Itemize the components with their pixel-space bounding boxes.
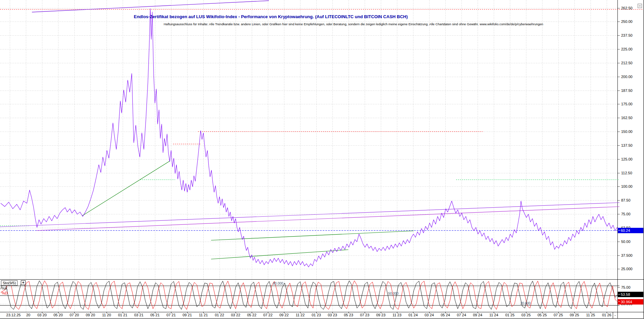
sto-d-value: 30.964 [618,299,643,305]
x-axis-label: 03 22 [228,313,243,317]
collapse-button[interactable]: − [638,4,642,8]
x-axis-label: 09 21 [180,313,195,317]
x-axis-label: 09 25 [567,313,582,317]
trend-green-mid-lower [211,250,348,259]
price-axis-label: 237.50 [621,33,633,37]
price-axis-label: 25.000 [621,267,633,271]
price-axis-label: 137.50 [621,143,633,147]
x-axis-label: 09 24 [470,313,485,317]
sto-level-label: 80.000 [273,282,283,285]
x-axis-overflow-cell: - [613,313,617,317]
price-axis-label: 75.00 [621,212,631,216]
sto-level-label: 50.000 [388,292,399,295]
price-axis-label: 187.50 [621,88,633,93]
sto-k-value: 53.58 [618,292,643,297]
current-price-label: 60.24 [618,228,643,233]
x-axis-label: 03 20 [35,313,49,317]
x-axis-label: 23.12.25 [3,313,24,317]
x-axis-label: 11 22 [293,313,308,317]
price-axis-label: 150.00 [621,130,633,134]
trend-green-2021 [82,161,170,216]
price-axis-label: 100.00 [621,184,633,188]
x-axis-label: 01 21 [115,313,130,317]
sto-k-legend: %K [2,286,7,290]
price-axis-label: 50.00 [621,240,631,244]
x-axis-label: 07 22 [260,313,275,317]
x-axis-label: 05 25 [535,313,550,317]
price-axis-label: 87.50 [621,198,631,202]
x-axis-label: 11 20 [99,313,114,317]
price-axis-label: 162.50 [621,116,633,120]
x-axis-label: 07 20 [67,313,82,317]
trend-channel-lower-magenta [36,207,619,231]
sto-level-label: 20.000 [520,302,531,305]
x-axis-label: 03 24 [422,313,437,317]
x-axis-label: 20 [24,313,33,317]
x-axis-label: 03 25 [519,313,533,317]
x-axis-label: 03 21 [131,313,146,317]
price-axis-label: 212.50 [621,61,633,65]
x-axis-label: 09 22 [277,313,291,317]
x-axis-label: 05 21 [148,313,162,317]
price-axis-label: 37.500 [621,253,633,257]
price-axis-label: 112.50 [621,171,632,175]
price-axis-label: 175.00 [621,102,633,106]
sto-indicator-button[interactable]: Sto(9/5) [1,280,17,286]
chart-window: Endlos-Zertifikat bezogen auf LUS Wikifo… [0,0,644,319]
x-axis-label: 11 25 [583,313,598,317]
x-axis-label: 05 20 [51,313,66,317]
chart-canvas [0,0,644,319]
x-axis-label: 09 23 [373,313,388,317]
price-axis-label: 262.50 [621,6,633,10]
price-axis-label: 225.00 [621,47,633,51]
x-axis-label: 07 21 [164,313,178,317]
trend-channel-upper-purple [0,203,619,227]
add-indicator-button[interactable]: + [21,280,26,285]
chart-disclaimer: Haftungsausschluss für Inhalte: Alle Tre… [164,22,543,26]
x-axis-label: 01 26 [599,313,614,317]
x-axis-label: 01 24 [406,313,420,317]
x-axis-label: 11 24 [486,313,501,317]
sto-d-legend: %D [2,291,8,295]
x-axis-label: 07 25 [551,313,566,317]
x-axis-label: 05 24 [438,313,453,317]
x-axis-label: 09 20 [83,313,98,317]
x-axis-label: 01 25 [502,313,517,317]
x-axis-label: 01 23 [309,313,324,317]
x-axis-label: 11 23 [390,313,404,317]
x-axis-label: 03 23 [325,313,340,317]
x-axis-label: 11 21 [196,313,211,317]
x-axis-label: 07 23 [357,313,372,317]
price-axis-label: 250.00 [621,20,633,24]
chart-title: Endlos-Zertifikat bezogen auf LUS Wikifo… [134,14,408,19]
price-axis-label: 125.00 [621,157,633,161]
x-axis-label: 05 23 [341,313,356,317]
x-axis-label: 01 22 [212,313,227,317]
x-axis-label: 07 24 [454,313,469,317]
price-axis-label: 200.00 [621,75,633,79]
sto-axis-label: 75.00 [621,285,631,289]
x-axis-label: 05 22 [244,313,259,317]
